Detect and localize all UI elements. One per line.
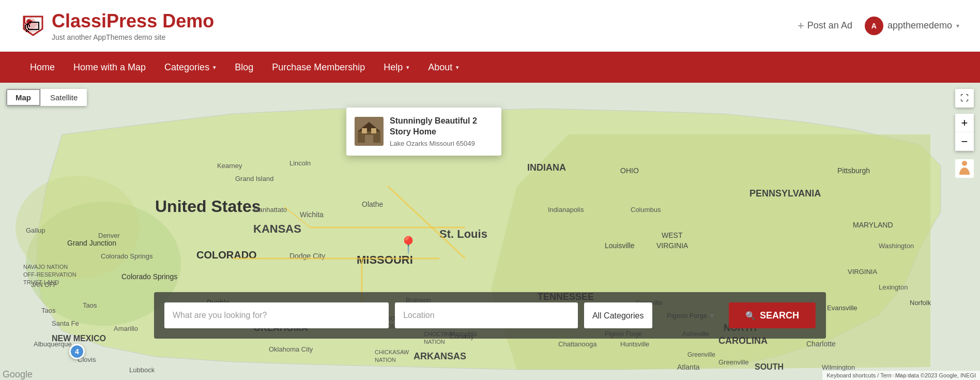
svg-text:Grand Junction: Grand Junction (67, 239, 116, 247)
map-popup[interactable]: Stunningly Beautiful 2 Story Home Lake O… (346, 108, 501, 156)
cluster-count: 4 (75, 347, 79, 356)
nav-item-home-with-map[interactable]: Home with a Map (64, 52, 155, 83)
svg-text:🏷: 🏷 (24, 17, 40, 36)
nav-item-about[interactable]: About ▾ (419, 52, 468, 83)
svg-rect-91 (371, 128, 376, 133)
zoom-in-button[interactable]: + (955, 114, 974, 132)
svg-text:NATION: NATION (375, 357, 396, 363)
svg-text:MARYLAND: MARYLAND (853, 221, 893, 229)
svg-text:Indianapolis: Indianapolis (548, 206, 584, 214)
category-select[interactable]: All Categories (584, 302, 652, 328)
site-logo: 🏷 (21, 13, 45, 38)
site-branding: 🏷 ClassiPress Demo Just another AppTheme… (21, 10, 214, 41)
categories-chevron-icon: ▾ (213, 64, 216, 71)
svg-text:SOUTH: SOUTH (755, 362, 784, 371)
search-location-input[interactable] (395, 302, 578, 328)
svg-text:CHICKASAW: CHICKASAW (375, 349, 409, 355)
user-name: appthemedemo (887, 20, 952, 31)
nav-item-blog[interactable]: Blog (225, 52, 263, 83)
map-type-controls: Map Satellite (6, 89, 87, 106)
popup-location: Lake Ozarks Missouri 65049 (390, 140, 493, 147)
map-background: COLORADO Pueblo Colorado Springs Grand J… (0, 83, 980, 380)
svg-text:Lincoln: Lincoln (289, 159, 311, 167)
map-attribution: Map data ©2023 Google, INEGI (891, 371, 980, 380)
svg-text:NATION: NATION (424, 339, 445, 345)
post-ad-label: Post an Ad (807, 20, 852, 31)
map-cluster[interactable]: 4 (69, 344, 85, 359)
site-tagline: Just another AppThemes demo site (52, 33, 214, 41)
search-bar: All Categories 🔍 SEARCH (154, 292, 826, 339)
search-what-input[interactable] (164, 302, 389, 328)
site-header: 🏷 ClassiPress Demo Just another AppTheme… (0, 0, 980, 52)
svg-text:JAN OFF: JAN OFF (31, 281, 57, 288)
search-icon: 🔍 (745, 311, 756, 321)
map-type-satellite-button[interactable]: Satellite (41, 89, 87, 106)
svg-text:Grand Island: Grand Island (235, 175, 273, 183)
nav-item-home[interactable]: Home (21, 52, 64, 83)
user-avatar: A (865, 17, 883, 35)
svg-text:Google: Google (3, 369, 33, 379)
svg-text:Louisville: Louisville (605, 241, 635, 250)
svg-text:NAVAJO NATION: NAVAJO NATION (23, 264, 68, 270)
svg-text:Columbus: Columbus (631, 206, 661, 214)
nav-item-help[interactable]: Help ▾ (374, 52, 419, 83)
search-button[interactable]: 🔍 SEARCH (729, 302, 816, 328)
search-label: SEARCH (760, 310, 799, 321)
nav-item-purchase-membership[interactable]: Purchase Membership (263, 52, 374, 83)
svg-text:Kearney: Kearney (217, 162, 242, 170)
street-view-icon[interactable] (955, 159, 974, 180)
help-chevron-icon: ▾ (406, 64, 409, 71)
svg-text:Atlanta: Atlanta (677, 363, 700, 371)
svg-text:Charlotte: Charlotte (806, 340, 836, 348)
plus-icon: + (798, 19, 804, 33)
map-container[interactable]: COLORADO Pueblo Colorado Springs Grand J… (0, 83, 980, 380)
popup-title: Stunningly Beautiful 2 Story Home (390, 116, 493, 138)
svg-rect-90 (362, 128, 367, 133)
main-nav: Home Home with a Map Categories ▾ Blog P… (0, 52, 980, 83)
svg-text:INDIANA: INDIANA (527, 162, 566, 173)
svg-text:Oklahoma City: Oklahoma City (269, 345, 313, 353)
svg-text:Colorado Springs: Colorado Springs (101, 252, 153, 260)
svg-text:Pittsburgh: Pittsburgh (837, 166, 870, 175)
svg-text:MISSOURI: MISSOURI (357, 253, 413, 266)
svg-text:KANSAS: KANSAS (253, 222, 301, 235)
svg-text:Manhattato: Manhattato (253, 206, 287, 214)
svg-text:St. Louis: St. Louis (439, 227, 487, 240)
svg-text:WEST: WEST (662, 231, 683, 239)
svg-text:Greenville: Greenville (718, 358, 749, 366)
svg-text:VIRGINIA: VIRGINIA (656, 241, 688, 250)
user-initials: A (871, 22, 877, 30)
map-fullscreen-button[interactable]: ⛶ (955, 89, 974, 108)
zoom-out-button[interactable]: − (955, 132, 974, 151)
map-pin[interactable]: 📍 (398, 235, 419, 255)
svg-text:Wilmington: Wilmington (822, 363, 855, 371)
site-title: ClassiPress Demo (52, 10, 214, 32)
svg-text:Chattanooga: Chattanooga (558, 340, 597, 348)
post-ad-button[interactable]: + Post an Ad (798, 19, 852, 33)
svg-text:Olathe: Olathe (362, 200, 383, 208)
svg-text:Lubbock: Lubbock (129, 366, 155, 374)
map-type-map-button[interactable]: Map (6, 89, 41, 106)
svg-text:OHIO: OHIO (620, 166, 639, 175)
chevron-down-icon: ▾ (956, 22, 959, 29)
svg-text:Greenville: Greenville (687, 351, 715, 358)
search-overlay: All Categories 🔍 SEARCH (0, 292, 980, 339)
svg-text:United States: United States (155, 197, 261, 216)
nav-item-categories[interactable]: Categories ▾ (155, 52, 225, 83)
svg-text:OFF-RESERVATION: OFF-RESERVATION (23, 271, 76, 278)
user-menu[interactable]: A appthemedemo ▾ (865, 17, 959, 35)
svg-text:VIRGINIA: VIRGINIA (848, 268, 877, 276)
popup-content: Stunningly Beautiful 2 Story Home Lake O… (390, 116, 493, 147)
map-zoom-controls: + − (955, 114, 974, 151)
svg-text:ARKANSAS: ARKANSAS (414, 351, 466, 361)
svg-text:Gallup: Gallup (26, 226, 45, 234)
about-chevron-icon: ▾ (456, 64, 459, 71)
svg-text:Albuquerque: Albuquerque (34, 340, 72, 348)
svg-rect-89 (365, 135, 373, 143)
svg-text:PENNSYLVANIA: PENNSYLVANIA (749, 188, 821, 199)
header-right: + Post an Ad A appthemedemo ▾ (798, 17, 959, 35)
svg-text:Washington: Washington (879, 242, 914, 250)
fullscreen-icon: ⛶ (960, 94, 969, 103)
nav-items: Home Home with a Map Categories ▾ Blog P… (21, 52, 468, 83)
svg-text:Wichita: Wichita (300, 210, 324, 219)
